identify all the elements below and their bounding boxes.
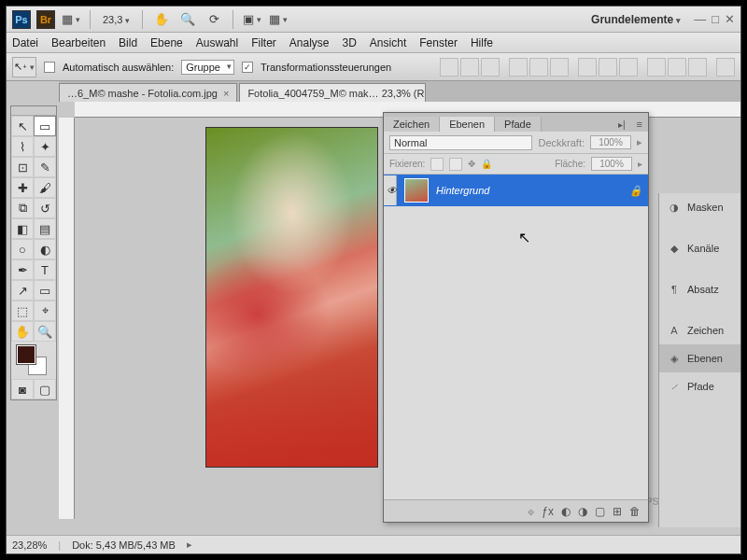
foreground-color-swatch[interactable] (17, 345, 35, 364)
dock-masken[interactable]: ◑Masken (659, 193, 740, 221)
menu-datei[interactable]: Datei (12, 36, 38, 49)
distribute-icon[interactable] (578, 58, 597, 77)
group-icon[interactable]: ▢ (595, 505, 605, 518)
link-layers-icon[interactable]: ⟐ (528, 505, 534, 518)
opacity-flyout-icon[interactable]: ▸ (637, 136, 642, 148)
align-icon[interactable] (550, 58, 569, 77)
layer-mask-icon[interactable]: ◐ (561, 505, 571, 518)
lock-transparency-icon[interactable] (430, 158, 444, 171)
current-tool-icon[interactable]: ↖+ (12, 57, 36, 77)
path-select-tool[interactable]: ↗ (11, 280, 34, 301)
menu-analyse[interactable]: Analyse (289, 36, 330, 49)
menu-3d[interactable]: 3D (343, 36, 357, 49)
auto-select-checkbox[interactable] (44, 62, 55, 73)
rotate-view-icon[interactable]: ⟳ (204, 10, 224, 29)
layout-dropdown[interactable]: ▦ (61, 10, 81, 29)
blur-tool[interactable]: ○ (11, 239, 34, 259)
move-tool[interactable]: ↖ (11, 116, 34, 136)
quick-select-tool[interactable]: ✦ (34, 136, 56, 157)
hand-tool-icon[interactable]: ✋ (151, 10, 172, 29)
dock-ebenen[interactable]: ◈Ebenen (659, 344, 740, 372)
heal-tool[interactable]: ✚ (11, 177, 34, 198)
dock-kanaele[interactable]: ◆Kanäle (659, 234, 740, 262)
zoom-tool[interactable]: 🔍 (34, 321, 56, 342)
screenmode-tool[interactable]: ▢ (34, 379, 56, 399)
zoom-dropdown[interactable]: 23,3 (99, 14, 134, 25)
menu-filter[interactable]: Filter (251, 36, 276, 49)
delete-layer-icon[interactable]: 🗑 (629, 505, 641, 518)
menu-bearbeiten[interactable]: Bearbeiten (51, 36, 106, 49)
lock-all-icon[interactable]: 🔒 (481, 159, 492, 169)
auto-select-dropdown[interactable]: Gruppe (181, 60, 234, 75)
align-icon[interactable] (509, 58, 528, 77)
close-icon[interactable]: ✕ (725, 12, 735, 26)
align-icon[interactable] (481, 58, 500, 77)
color-swatches[interactable] (11, 342, 56, 379)
panel-tab-ebenen[interactable]: Ebenen (440, 117, 495, 132)
crop-tool[interactable]: ⊡ (11, 157, 34, 177)
zoom-tool-icon[interactable]: 🔍 (177, 10, 198, 29)
layer-list[interactable]: 👁 Hintergrund 🔒 (384, 175, 648, 499)
dock-absatz[interactable]: ¶Absatz (659, 275, 740, 303)
menu-ebene[interactable]: Ebene (150, 36, 183, 49)
screen-mode-dropdown[interactable]: ▣ (242, 10, 262, 29)
menu-ansicht[interactable]: Ansicht (370, 36, 406, 49)
arrange-dropdown[interactable]: ▦ (268, 10, 289, 29)
marquee-tool[interactable]: ▭ (34, 116, 56, 136)
lock-pixels-icon[interactable] (449, 158, 462, 171)
distribute-icon[interactable] (619, 58, 638, 77)
dock-zeichen[interactable]: AZeichen (659, 316, 740, 344)
distribute-icon[interactable] (599, 58, 617, 77)
fill-value[interactable]: 100% (591, 157, 632, 171)
menu-fenster[interactable]: Fenster (419, 36, 458, 49)
auto-align-icon[interactable] (716, 58, 735, 77)
status-zoom[interactable]: 23,28% (12, 539, 47, 551)
layer-name[interactable]: Hintergrund (436, 185, 489, 196)
quickmask-tool[interactable]: ◙ (11, 379, 34, 399)
pen-tool[interactable]: ✒ (11, 259, 34, 280)
distribute-icon[interactable] (647, 58, 666, 77)
stamp-tool[interactable]: ⧉ (11, 198, 34, 218)
transform-checkbox[interactable]: ✓ (242, 62, 253, 73)
eraser-tool[interactable]: ◧ (11, 218, 34, 239)
dodge-tool[interactable]: ◐ (34, 239, 56, 259)
status-arrow-icon[interactable]: ▸ (187, 539, 192, 551)
panel-collapse-icon[interactable]: ▸| (613, 118, 631, 132)
palette-grip[interactable] (11, 106, 56, 116)
type-tool[interactable]: T (34, 259, 56, 280)
bridge-logo-icon[interactable]: Br (36, 10, 55, 29)
layer-thumbnail[interactable] (404, 178, 429, 203)
new-layer-icon[interactable]: ⊞ (613, 505, 622, 518)
panel-tab-zeichen[interactable]: Zeichen (384, 117, 440, 132)
vertical-ruler[interactable] (59, 118, 75, 519)
align-icon[interactable] (440, 58, 458, 77)
visibility-icon[interactable]: 👁 (384, 175, 397, 205)
menu-bild[interactable]: Bild (119, 36, 137, 49)
shape-tool[interactable]: ▭ (34, 280, 56, 301)
lasso-tool[interactable]: ⌇ (11, 136, 34, 157)
restore-icon[interactable]: □ (712, 12, 719, 26)
minimize-icon[interactable]: — (694, 12, 706, 26)
eyedropper-tool[interactable]: ✎ (34, 157, 56, 177)
3d-tool[interactable]: ⬚ (11, 301, 34, 321)
document-tab[interactable]: …6_M© mashe - Fotolia.com.jpg× (59, 83, 237, 102)
gradient-tool[interactable]: ▤ (34, 218, 56, 239)
align-icon[interactable] (460, 58, 479, 77)
blend-mode-dropdown[interactable]: Normal (389, 135, 532, 150)
panel-tab-pfade[interactable]: Pfade (495, 117, 542, 132)
hand-tool[interactable]: ✋ (11, 321, 34, 342)
brush-tool[interactable]: 🖌 (34, 177, 56, 198)
layer-style-icon[interactable]: ƒx (542, 505, 554, 518)
distribute-icon[interactable] (668, 58, 686, 77)
tab-close-icon[interactable]: × (223, 88, 229, 99)
menu-hilfe[interactable]: Hilfe (471, 36, 493, 49)
distribute-icon[interactable] (688, 58, 707, 77)
panel-menu-icon[interactable]: ≡ (631, 117, 648, 132)
adjustment-layer-icon[interactable]: ◑ (578, 505, 587, 518)
history-brush-tool[interactable]: ↺ (34, 198, 56, 218)
lock-position-icon[interactable]: ✥ (468, 159, 475, 169)
menu-auswahl[interactable]: Auswahl (196, 36, 238, 49)
3d-camera-tool[interactable]: ⌖ (34, 301, 56, 321)
workspace-switcher[interactable]: Grundelemente (584, 10, 688, 29)
dock-pfade[interactable]: ⟋Pfade (659, 372, 740, 400)
